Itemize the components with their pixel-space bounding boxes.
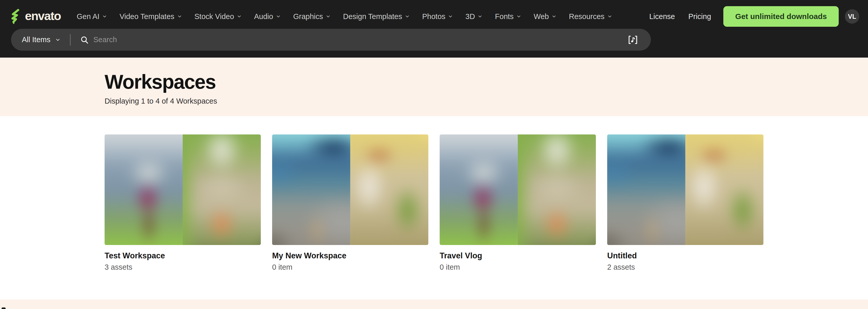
chevron-down-icon xyxy=(607,14,612,19)
chevron-down-icon xyxy=(405,14,410,19)
envato-leaf-icon xyxy=(10,9,22,24)
search-row: All Items xyxy=(0,26,868,51)
nav-item-stock-video[interactable]: Stock Video xyxy=(194,12,242,21)
nav-item-label: Audio xyxy=(254,12,273,21)
divider xyxy=(70,34,71,45)
page-title: Workspaces xyxy=(104,71,868,93)
nav-item-label: Fonts xyxy=(495,12,514,21)
header-right-group: License Pricing Get unlimited downloads … xyxy=(636,6,859,27)
main-nav-row: envato Gen AI Video Templates Stock Vide… xyxy=(0,0,868,26)
workspace-title[interactable]: Test Workspace xyxy=(104,251,261,260)
chevron-down-icon xyxy=(516,14,521,19)
nav-item-fonts[interactable]: Fonts xyxy=(495,12,521,21)
workspace-card[interactable]: Test Workspace 3 assets xyxy=(104,134,261,272)
nav-item-photos[interactable]: Photos xyxy=(422,12,453,21)
footer-edge-mark xyxy=(2,307,6,309)
nav-item-label: 3D xyxy=(465,12,475,21)
category-filter-dropdown[interactable]: All Items xyxy=(22,35,61,44)
nav-item-label: Graphics xyxy=(293,12,323,21)
workspace-title[interactable]: Untitled xyxy=(607,251,764,260)
thumbnail-image-left xyxy=(440,134,518,245)
search-icon xyxy=(80,35,89,44)
nav-item-gen-ai[interactable]: Gen AI xyxy=(77,12,107,21)
nav-item-label: Photos xyxy=(422,12,445,21)
workspace-grid: Test Workspace 3 assets My New Workspace… xyxy=(104,134,764,272)
chevron-down-icon xyxy=(448,14,453,19)
workspace-card[interactable]: Untitled 2 assets xyxy=(607,134,764,272)
thumbnail-image-right xyxy=(183,134,261,245)
category-filter-label: All Items xyxy=(22,35,50,44)
workspace-thumbnail[interactable] xyxy=(607,134,764,245)
chevron-down-icon xyxy=(177,14,182,19)
chevron-down-icon xyxy=(237,14,242,19)
workspaces-section: Test Workspace 3 assets My New Workspace… xyxy=(0,116,868,300)
workspace-thumbnail[interactable] xyxy=(104,134,261,245)
search-input[interactable] xyxy=(93,35,627,44)
nav-item-label: Video Templates xyxy=(120,12,174,21)
thumbnail-image-left xyxy=(104,134,183,245)
workspace-thumbnail[interactable] xyxy=(272,134,428,245)
workspace-count: 0 item xyxy=(440,263,596,272)
workspace-count: 2 assets xyxy=(607,263,764,272)
nav-item-audio[interactable]: Audio xyxy=(254,12,281,21)
logo-wordmark: envato xyxy=(25,10,61,23)
nav-item-label: Stock Video xyxy=(194,12,234,21)
workspace-card[interactable]: My New Workspace 0 item xyxy=(272,134,428,272)
main-nav: Gen AI Video Templates Stock Video Audio… xyxy=(77,12,612,21)
envato-logo[interactable]: envato xyxy=(10,9,61,24)
chevron-down-icon xyxy=(326,14,331,19)
nav-item-design-templates[interactable]: Design Templates xyxy=(343,12,410,21)
results-summary: Displaying 1 to 4 of 4 Workspaces xyxy=(104,97,868,105)
top-header: envato Gen AI Video Templates Stock Vide… xyxy=(0,0,868,58)
nav-item-web[interactable]: Web xyxy=(534,12,557,21)
nav-item-label: Resources xyxy=(569,12,604,21)
audio-search-button[interactable] xyxy=(627,34,639,45)
chevron-down-icon xyxy=(477,14,483,19)
chevron-down-icon xyxy=(276,14,281,19)
workspace-title[interactable]: My New Workspace xyxy=(272,251,428,260)
chevron-down-icon xyxy=(55,37,61,43)
nav-item-label: Web xyxy=(534,12,549,21)
workspace-card[interactable]: Travel Vlog 0 item xyxy=(440,134,596,272)
thumbnail-image-right xyxy=(685,134,764,245)
nav-item-3d[interactable]: 3D xyxy=(465,12,483,21)
audio-search-icon xyxy=(627,34,639,45)
workspace-count: 3 assets xyxy=(104,263,261,272)
nav-item-label: Gen AI xyxy=(77,12,100,21)
chevron-down-icon xyxy=(102,14,107,19)
workspace-title[interactable]: Travel Vlog xyxy=(440,251,596,260)
thumbnail-image-left xyxy=(272,134,350,245)
get-unlimited-downloads-button[interactable]: Get unlimited downloads xyxy=(723,6,839,27)
footer-strip xyxy=(0,300,868,309)
nav-item-label: Design Templates xyxy=(343,12,402,21)
search-bar[interactable]: All Items xyxy=(11,29,651,51)
thumbnail-image-right xyxy=(518,134,596,245)
thumbnail-image-right xyxy=(350,134,428,245)
nav-item-video-templates[interactable]: Video Templates xyxy=(120,12,182,21)
workspaces-hero: Workspaces Displaying 1 to 4 of 4 Worksp… xyxy=(0,58,868,116)
user-avatar[interactable]: VL xyxy=(845,9,859,24)
nav-item-graphics[interactable]: Graphics xyxy=(293,12,331,21)
workspace-count: 0 item xyxy=(272,263,428,272)
workspace-thumbnail[interactable] xyxy=(440,134,596,245)
nav-item-resources[interactable]: Resources xyxy=(569,12,612,21)
thumbnail-image-left xyxy=(607,134,685,245)
license-link[interactable]: License xyxy=(649,12,675,21)
chevron-down-icon xyxy=(551,14,557,19)
pricing-link[interactable]: Pricing xyxy=(688,12,711,21)
